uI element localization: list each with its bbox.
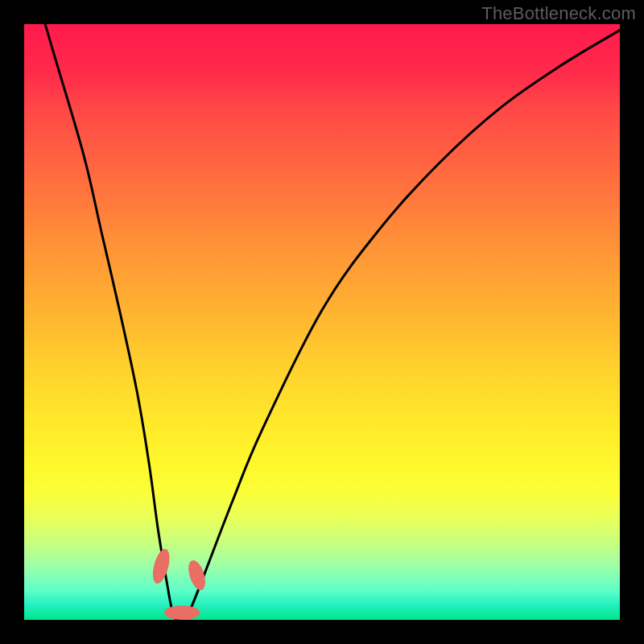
right-knee-segment bbox=[185, 558, 208, 592]
bottleneck-curve bbox=[24, 24, 620, 620]
chart-frame: TheBottleneck.com bbox=[0, 0, 644, 644]
watermark-text: TheBottleneck.com bbox=[481, 3, 636, 24]
bottom-segment bbox=[164, 605, 200, 620]
marker-group bbox=[150, 547, 208, 620]
left-knee-segment bbox=[150, 547, 173, 585]
curve-svg bbox=[24, 24, 620, 620]
plot-area bbox=[24, 24, 620, 620]
